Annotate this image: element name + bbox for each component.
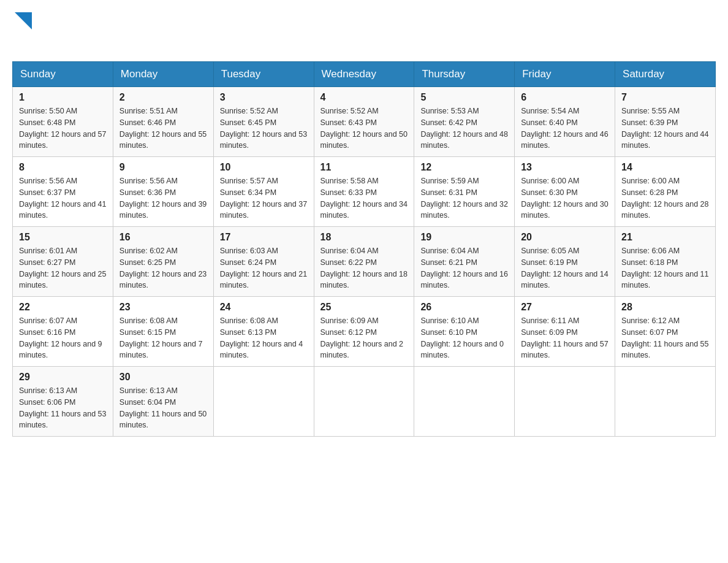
day-info: Sunrise: 6:03 AMSunset: 6:24 PMDaylight:… (220, 245, 308, 291)
calendar-cell: 22Sunrise: 6:07 AMSunset: 6:16 PMDayligh… (13, 297, 113, 367)
calendar-cell: 27Sunrise: 6:11 AMSunset: 6:09 PMDayligh… (515, 297, 615, 367)
header (12, 12, 716, 49)
day-number: 24 (220, 302, 308, 313)
calendar-cell (213, 367, 314, 437)
day-info: Sunrise: 6:11 AMSunset: 6:09 PMDaylight:… (521, 315, 609, 361)
day-number: 28 (621, 302, 709, 313)
day-info: Sunrise: 5:56 AMSunset: 6:36 PMDaylight:… (119, 175, 207, 221)
calendar-table: SundayMondayTuesdayWednesdayThursdayFrid… (12, 61, 716, 437)
day-info: Sunrise: 6:13 AMSunset: 6:04 PMDaylight:… (119, 385, 207, 431)
day-number: 25 (320, 302, 408, 313)
day-info: Sunrise: 6:00 AMSunset: 6:28 PMDaylight:… (621, 175, 709, 221)
calendar-cell: 16Sunrise: 6:02 AMSunset: 6:25 PMDayligh… (113, 227, 213, 297)
day-info: Sunrise: 5:50 AMSunset: 6:48 PMDaylight:… (19, 105, 107, 151)
svg-marker-0 (15, 12, 32, 29)
day-info: Sunrise: 5:51 AMSunset: 6:46 PMDaylight:… (119, 105, 207, 151)
day-number: 13 (521, 162, 609, 173)
day-number: 17 (220, 232, 308, 243)
calendar-cell: 14Sunrise: 6:00 AMSunset: 6:28 PMDayligh… (615, 157, 716, 227)
day-info: Sunrise: 6:02 AMSunset: 6:25 PMDaylight:… (119, 245, 207, 291)
day-number: 18 (320, 232, 408, 243)
calendar-week-row-2: 8Sunrise: 5:56 AMSunset: 6:37 PMDaylight… (13, 157, 716, 227)
day-info: Sunrise: 5:55 AMSunset: 6:39 PMDaylight:… (621, 105, 709, 151)
day-number: 30 (119, 372, 207, 383)
day-number: 23 (119, 302, 207, 313)
calendar-week-row-5: 29Sunrise: 6:13 AMSunset: 6:06 PMDayligh… (13, 367, 716, 437)
day-info: Sunrise: 6:09 AMSunset: 6:12 PMDaylight:… (320, 315, 408, 361)
day-number: 4 (320, 92, 408, 103)
calendar-weekday-friday: Friday (515, 62, 615, 87)
calendar-cell: 9Sunrise: 5:56 AMSunset: 6:36 PMDaylight… (113, 157, 213, 227)
day-number: 22 (19, 302, 107, 313)
calendar-cell: 10Sunrise: 5:57 AMSunset: 6:34 PMDayligh… (213, 157, 314, 227)
calendar-cell: 8Sunrise: 5:56 AMSunset: 6:37 PMDaylight… (13, 157, 113, 227)
day-number: 27 (521, 302, 609, 313)
calendar-cell: 26Sunrise: 6:10 AMSunset: 6:10 PMDayligh… (414, 297, 515, 367)
calendar-cell: 20Sunrise: 6:05 AMSunset: 6:19 PMDayligh… (515, 227, 615, 297)
calendar-cell: 12Sunrise: 5:59 AMSunset: 6:31 PMDayligh… (414, 157, 515, 227)
day-info: Sunrise: 6:13 AMSunset: 6:06 PMDaylight:… (19, 385, 107, 431)
calendar-cell: 17Sunrise: 6:03 AMSunset: 6:24 PMDayligh… (213, 227, 314, 297)
day-number: 19 (420, 232, 508, 243)
day-info: Sunrise: 5:58 AMSunset: 6:33 PMDaylight:… (320, 175, 408, 221)
day-number: 29 (19, 372, 107, 383)
day-info: Sunrise: 5:52 AMSunset: 6:43 PMDaylight:… (320, 105, 408, 151)
calendar-cell: 13Sunrise: 6:00 AMSunset: 6:30 PMDayligh… (515, 157, 615, 227)
day-number: 2 (119, 92, 207, 103)
calendar-cell: 4Sunrise: 5:52 AMSunset: 6:43 PMDaylight… (314, 87, 414, 157)
day-info: Sunrise: 5:57 AMSunset: 6:34 PMDaylight:… (220, 175, 308, 221)
calendar-weekday-sunday: Sunday (13, 62, 113, 87)
calendar-week-row-1: 1Sunrise: 5:50 AMSunset: 6:48 PMDaylight… (13, 87, 716, 157)
calendar-cell: 15Sunrise: 6:01 AMSunset: 6:27 PMDayligh… (13, 227, 113, 297)
day-number: 5 (420, 92, 508, 103)
day-info: Sunrise: 6:10 AMSunset: 6:10 PMDaylight:… (420, 315, 508, 361)
calendar-cell: 28Sunrise: 6:12 AMSunset: 6:07 PMDayligh… (615, 297, 716, 367)
day-number: 10 (220, 162, 308, 173)
calendar-header-row: SundayMondayTuesdayWednesdayThursdayFrid… (13, 62, 716, 87)
day-number: 26 (420, 302, 508, 313)
calendar-cell: 30Sunrise: 6:13 AMSunset: 6:04 PMDayligh… (113, 367, 213, 437)
calendar-cell: 24Sunrise: 6:08 AMSunset: 6:13 PMDayligh… (213, 297, 314, 367)
day-number: 20 (521, 232, 609, 243)
calendar-weekday-wednesday: Wednesday (314, 62, 414, 87)
day-info: Sunrise: 5:52 AMSunset: 6:45 PMDaylight:… (220, 105, 308, 151)
day-info: Sunrise: 5:54 AMSunset: 6:40 PMDaylight:… (521, 105, 609, 151)
day-number: 3 (220, 92, 308, 103)
day-info: Sunrise: 6:08 AMSunset: 6:13 PMDaylight:… (220, 315, 308, 361)
calendar-week-row-3: 15Sunrise: 6:01 AMSunset: 6:27 PMDayligh… (13, 227, 716, 297)
day-number: 6 (521, 92, 609, 103)
calendar-cell (314, 367, 414, 437)
day-info: Sunrise: 6:12 AMSunset: 6:07 PMDaylight:… (621, 315, 709, 361)
calendar-cell: 1Sunrise: 5:50 AMSunset: 6:48 PMDaylight… (13, 87, 113, 157)
logo-icon (15, 12, 32, 29)
day-number: 11 (320, 162, 408, 173)
calendar-cell: 7Sunrise: 5:55 AMSunset: 6:39 PMDaylight… (615, 87, 716, 157)
calendar-cell: 6Sunrise: 5:54 AMSunset: 6:40 PMDaylight… (515, 87, 615, 157)
calendar-cell: 18Sunrise: 6:04 AMSunset: 6:22 PMDayligh… (314, 227, 414, 297)
calendar-weekday-saturday: Saturday (615, 62, 716, 87)
day-info: Sunrise: 6:01 AMSunset: 6:27 PMDaylight:… (19, 245, 107, 291)
day-info: Sunrise: 6:00 AMSunset: 6:30 PMDaylight:… (521, 175, 609, 221)
calendar-cell: 23Sunrise: 6:08 AMSunset: 6:15 PMDayligh… (113, 297, 213, 367)
calendar-weekday-monday: Monday (113, 62, 213, 87)
day-info: Sunrise: 6:04 AMSunset: 6:21 PMDaylight:… (420, 245, 508, 291)
day-info: Sunrise: 5:59 AMSunset: 6:31 PMDaylight:… (420, 175, 508, 221)
calendar-cell: 21Sunrise: 6:06 AMSunset: 6:18 PMDayligh… (615, 227, 716, 297)
day-info: Sunrise: 5:53 AMSunset: 6:42 PMDaylight:… (420, 105, 508, 151)
calendar-cell (515, 367, 615, 437)
calendar-cell: 2Sunrise: 5:51 AMSunset: 6:46 PMDaylight… (113, 87, 213, 157)
calendar-weekday-thursday: Thursday (414, 62, 515, 87)
day-number: 1 (19, 92, 107, 103)
day-number: 8 (19, 162, 107, 173)
day-info: Sunrise: 6:05 AMSunset: 6:19 PMDaylight:… (521, 245, 609, 291)
day-info: Sunrise: 6:08 AMSunset: 6:15 PMDaylight:… (119, 315, 207, 361)
day-number: 14 (621, 162, 709, 173)
day-number: 7 (621, 92, 709, 103)
day-info: Sunrise: 6:04 AMSunset: 6:22 PMDaylight:… (320, 245, 408, 291)
day-info: Sunrise: 5:56 AMSunset: 6:37 PMDaylight:… (19, 175, 107, 221)
calendar-cell: 5Sunrise: 5:53 AMSunset: 6:42 PMDaylight… (414, 87, 515, 157)
day-number: 12 (420, 162, 508, 173)
calendar-weekday-tuesday: Tuesday (213, 62, 314, 87)
calendar-cell: 29Sunrise: 6:13 AMSunset: 6:06 PMDayligh… (13, 367, 113, 437)
calendar-cell: 25Sunrise: 6:09 AMSunset: 6:12 PMDayligh… (314, 297, 414, 367)
